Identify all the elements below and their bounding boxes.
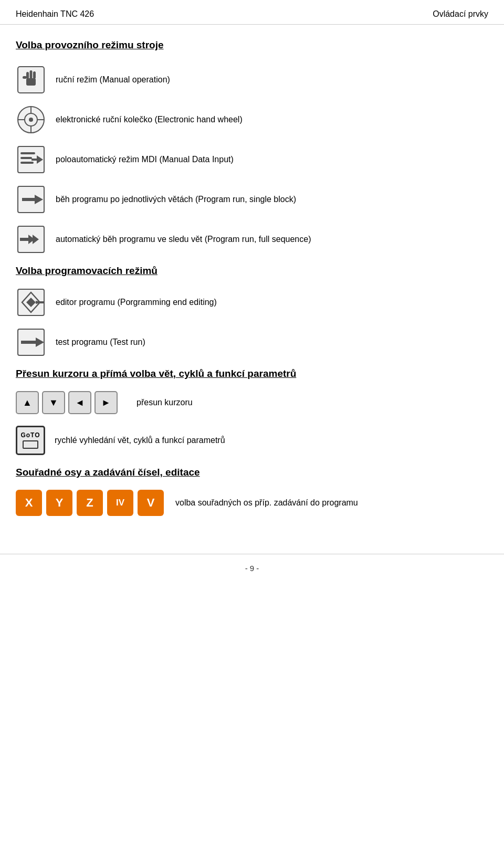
prog-edit-icon <box>16 288 46 317</box>
wheel-icon <box>16 106 46 134</box>
section3-title: Přesun kurzoru a přímá volba vět, cyklů … <box>16 368 483 380</box>
svg-rect-23 <box>20 238 28 241</box>
svg-rect-32 <box>21 341 36 344</box>
arrow-down-key[interactable]: ▼ <box>42 391 65 414</box>
header-left: Heidenhain TNC 426 <box>16 9 94 19</box>
key-z[interactable]: Z <box>77 490 103 516</box>
prog-edit-text: editor programu (Porgramming end editing… <box>56 298 217 307</box>
goto-row: GoTO rychlé vyhledání vět, cyklů a funkc… <box>16 426 483 455</box>
single-block-row: běh programu po jednotlivých větách (Pro… <box>16 185 483 214</box>
goto-text: GoTO <box>20 432 40 439</box>
svg-rect-1 <box>26 78 36 86</box>
test-run-icon <box>16 328 46 356</box>
test-run-text: test programu (Test run) <box>56 338 145 347</box>
mdi-row: poloautomatický režim MDI (Manual Data I… <box>16 145 483 174</box>
wheel-text: elektronické ruční kolečko (Electronic h… <box>56 115 243 124</box>
svg-rect-15 <box>20 157 32 159</box>
mdi-icon <box>16 145 46 174</box>
test-run-row: test programu (Test run) <box>16 328 483 356</box>
page-footer: - 9 - <box>0 554 504 579</box>
key-x[interactable]: X <box>16 490 42 516</box>
svg-rect-18 <box>32 159 38 161</box>
goto-key[interactable]: GoTO <box>16 426 45 455</box>
single-block-icon <box>16 185 46 214</box>
footer-text: - 9 - <box>245 564 259 573</box>
svg-rect-3 <box>30 70 33 79</box>
svg-rect-30 <box>40 301 44 303</box>
full-seq-text: automatický běh programu ve sledu vět (P… <box>56 235 311 244</box>
goto-label: rychlé vyhledání vět, cyklů a funkcí par… <box>55 436 225 445</box>
mdi-text: poloautomatický režim MDI (Manual Data I… <box>56 155 234 164</box>
section4-title: Souřadné osy a zadávání čísel, editace <box>16 467 483 478</box>
manual-op-row: ruční režim (Manual operation) <box>16 66 483 94</box>
goto-inner-rect <box>23 440 38 449</box>
svg-rect-20 <box>22 198 35 201</box>
arrow-right-key[interactable]: ► <box>94 391 118 414</box>
svg-rect-16 <box>20 162 34 164</box>
key-v[interactable]: V <box>138 490 164 516</box>
manual-op-text: ruční režim (Manual operation) <box>56 75 170 85</box>
svg-rect-14 <box>20 152 35 154</box>
hand-icon <box>16 66 46 94</box>
wheel-row: elektronické ruční kolečko (Electronic h… <box>16 106 483 134</box>
key-iv[interactable]: IV <box>107 490 133 516</box>
cursor-keys-row: ▲ ▼ ◄ ► přesun kurzoru <box>16 391 483 414</box>
section2-title: Volba programovacích režimů <box>16 265 483 277</box>
arrow-up-key[interactable]: ▲ <box>16 391 39 414</box>
full-seq-icon <box>16 225 46 254</box>
prog-edit-row: editor programu (Porgramming end editing… <box>16 288 483 317</box>
single-block-text: běh programu po jednotlivých větách (Pro… <box>56 195 296 204</box>
section1-title: Volba provozního režimu stroje <box>16 39 483 51</box>
key-y[interactable]: Y <box>46 490 72 516</box>
header-right: Ovládací prvky <box>433 9 488 19</box>
arrow-left-key[interactable]: ◄ <box>68 391 91 414</box>
full-seq-row: automatický běh programu ve sledu vět (P… <box>16 225 483 254</box>
svg-rect-5 <box>23 76 27 79</box>
coord-keys-row: X Y Z IV V volba souřadných os příp. zad… <box>16 490 483 516</box>
page-header: Heidenhain TNC 426 Ovládací prvky <box>0 0 504 25</box>
svg-rect-4 <box>33 71 36 79</box>
svg-point-12 <box>29 118 33 122</box>
coord-label: volba souřadných os příp. zadávání do pr… <box>175 498 358 508</box>
cursor-label: přesun kurzoru <box>136 398 193 407</box>
